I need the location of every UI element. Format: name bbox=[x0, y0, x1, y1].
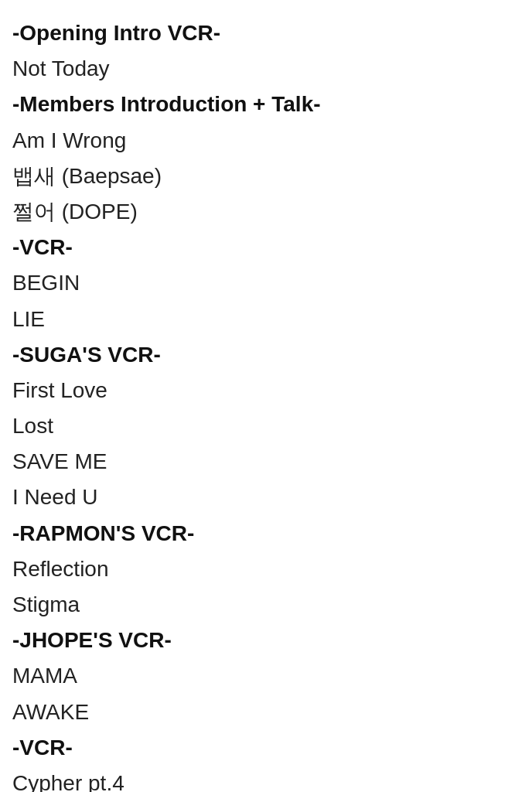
setlist-section-header: -Opening Intro VCR- bbox=[12, 15, 520, 51]
setlist-section-header: -JHOPE'S VCR- bbox=[12, 623, 520, 658]
setlist-song-title: Stigma bbox=[12, 587, 520, 623]
setlist-song-title: 쩔어 (DOPE) bbox=[12, 194, 520, 230]
setlist-song-title: Reflection bbox=[12, 551, 520, 587]
setlist-section-header: -VCR- bbox=[12, 230, 520, 265]
setlist-song-title: Not Today bbox=[12, 51, 520, 87]
setlist-song-title: SAVE ME bbox=[12, 444, 520, 480]
setlist-section-header: -SUGA'S VCR- bbox=[12, 337, 520, 373]
setlist-song-title: AWAKE bbox=[12, 695, 520, 730]
setlist-section-header: -Members Introduction + Talk- bbox=[12, 87, 520, 122]
setlist-song-title: Am I Wrong bbox=[12, 123, 520, 159]
setlist-song-title: BEGIN bbox=[12, 265, 520, 301]
setlist-container: -Opening Intro VCR-Not Today-Members Int… bbox=[12, 15, 520, 792]
setlist-section-header: -VCR- bbox=[12, 730, 520, 766]
setlist-song-title: Lost bbox=[12, 408, 520, 444]
setlist-section-header: -RAPMON'S VCR- bbox=[12, 516, 520, 551]
setlist-song-title: First Love bbox=[12, 373, 520, 408]
setlist-song-title: LIE bbox=[12, 302, 520, 337]
setlist-song-title: I Need U bbox=[12, 480, 520, 515]
setlist-song-title: MAMA bbox=[12, 658, 520, 694]
setlist-song-title: 뱁새 (Baepsae) bbox=[12, 159, 520, 194]
setlist-song-title: Cypher pt.4 bbox=[12, 766, 520, 792]
